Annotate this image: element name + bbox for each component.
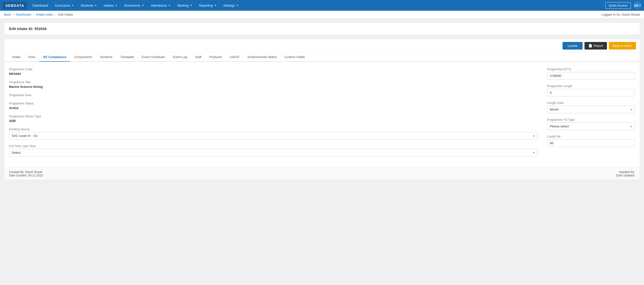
tab-custom-fields[interactable]: Custom Fields [281, 53, 309, 62]
attendance-caret: ▼ [168, 4, 170, 7]
intakes-caret: ▼ [115, 4, 118, 7]
nav-attendance[interactable]: Attendance▼ [148, 2, 174, 9]
updated-by: Updated By: [616, 170, 635, 174]
back-to-index-button[interactable]: Back to Index [609, 42, 636, 50]
footer-left: Created By: David Straub Date Created: 3… [9, 170, 43, 177]
funding-source-group: Funding Source SAC Level 3+ - 01 Other [9, 128, 538, 140]
breadcrumb-intake-index[interactable]: Intake Index [36, 13, 54, 16]
date-updated: Date Updated: [616, 174, 635, 177]
update-button[interactable]: Update [562, 42, 582, 50]
tab-timetable[interactable]: Timetable [116, 53, 138, 62]
full-part-time-label: Full Time / part Time [9, 144, 538, 148]
tab-nz-compliance[interactable]: NZ Compliance [39, 53, 70, 62]
nav-reporting[interactable]: Reporting▼ [196, 2, 219, 9]
funding-source-wrapper: SAC Level 3+ - 01 Other [9, 132, 538, 140]
length-units-select[interactable]: Month Week Year [547, 106, 635, 113]
programme-code-value: MS4444 [9, 72, 538, 76]
nav-students[interactable]: Students▼ [78, 2, 100, 9]
programme-return-type-label: Programme Return Type [9, 115, 538, 118]
tab-event-scheduler[interactable]: Event Scheduler [138, 53, 169, 62]
card-toolbar: Update 📄 Report Back to Index [4, 39, 640, 53]
tab-staff[interactable]: Staff [191, 53, 206, 62]
created-by: Created By: David Straub [9, 170, 43, 174]
programme-yg-type-wrapper: Please select Type 1 Type 2 [547, 123, 635, 130]
date-created: Date Created: 30-11-2022 [9, 174, 43, 177]
programme-yg-type-group: Programme YG Type Please select Type 1 T… [547, 118, 635, 130]
length-units-group: Length Units Month Week Year [547, 101, 635, 113]
programme-return-type-group: Programme Return Type SDR [9, 115, 538, 123]
programme-efts-input[interactable] [547, 72, 635, 80]
programme-title-label: Programme Title [9, 81, 538, 84]
programme-title-value: Marine Science Diving [9, 85, 538, 89]
user-avatar[interactable]: DS ▼ [634, 2, 642, 9]
nav-curriculum[interactable]: Curriculum▼ [52, 2, 77, 9]
programme-desc-label: Programme Desc. [9, 93, 538, 97]
full-part-time-wrapper: Select Full Time Part Time [9, 149, 538, 156]
breadcrumb-bar: Back › Dashboard › Intake Index › Edit I… [0, 11, 644, 19]
programme-desc-group: Programme Desc. [9, 93, 538, 97]
tab-achievements-matrix[interactable]: Achievements Matrix [243, 53, 281, 62]
programme-status-value: Active [9, 106, 538, 110]
sep3: › [55, 13, 56, 16]
file-icon: 📄 [588, 44, 592, 48]
form-content: Programme Code: MS4444 Programme Title M… [4, 62, 640, 167]
sep2: › [33, 13, 34, 16]
created-by-label: Created By: [9, 170, 24, 174]
breadcrumb-back[interactable]: Back [4, 13, 11, 16]
nav-intakes[interactable]: Intakes▼ [101, 2, 120, 9]
breadcrumb-dashboard[interactable]: Dashboard [16, 13, 32, 16]
programme-return-type-value: SDR [9, 119, 538, 123]
logged-in-label: Logged In As: David Straub [602, 13, 640, 16]
breadcrumb-current: Edit Intake [58, 13, 73, 16]
credit-fw-label: Credit FW: [547, 135, 635, 138]
enrolments-caret: ▼ [142, 4, 144, 7]
sep1: › [13, 13, 14, 16]
funding-source-select[interactable]: SAC Level 3+ - 01 Other [9, 132, 538, 140]
tab-event-log[interactable]: Event Log [169, 53, 191, 62]
programme-title-group: Programme Title Marine Science Diving [9, 81, 538, 89]
brand-logo[interactable]: SEBDATA [2, 2, 27, 9]
full-part-time-select[interactable]: Select Full Time Part Time [9, 149, 538, 156]
full-part-time-group: Full Time / part Time Select Full Time P… [9, 144, 538, 156]
programme-length-input[interactable] [547, 89, 635, 96]
tab-lnaat[interactable]: LNAAT [226, 53, 243, 62]
nav-marking[interactable]: Marking▼ [174, 2, 195, 9]
updated-by-label: Updated By: [619, 170, 635, 174]
marking-caret: ▼ [190, 4, 192, 7]
tab-products[interactable]: Products [205, 53, 226, 62]
nav-enrolments[interactable]: Enrolments▼ [122, 2, 147, 9]
reporting-caret: ▼ [214, 4, 216, 7]
nav-settings[interactable]: Settings▼ [220, 2, 242, 9]
settings-caret: ▼ [236, 4, 238, 7]
breadcrumb: Back › Dashboard › Intake Index › Edit I… [4, 13, 73, 16]
programme-status-label: Programme Status: [9, 102, 538, 105]
programme-yg-type-label: Programme YG Type [547, 118, 635, 122]
programme-code-label: Programme Code: [9, 68, 538, 71]
page-title-box: Edit Intake ID: 552636 [4, 23, 640, 35]
tab-components[interactable]: Components [70, 53, 96, 62]
quick-access-button[interactable]: Quick Access [606, 2, 631, 9]
tab-intake[interactable]: Intake [8, 53, 24, 62]
nav-dashboard[interactable]: Dashboard [30, 2, 51, 9]
tab-fees[interactable]: Fees [24, 53, 39, 62]
programme-yg-type-select[interactable]: Please select Type 1 Type 2 [547, 123, 635, 130]
date-updated-label: Date Updated: [616, 174, 635, 177]
date-created-label: Date Created: [9, 174, 27, 177]
credit-fw-group: Credit FW: [547, 135, 635, 147]
tabs-row: Intake Fees NZ Compliance Components Stu… [4, 53, 640, 62]
footer-right: Updated By: Date Updated: [616, 170, 635, 177]
form-left: Programme Code: MS4444 Programme Title M… [9, 68, 538, 161]
programme-code-group: Programme Code: MS4444 [9, 68, 538, 76]
tab-students[interactable]: Students [96, 53, 116, 62]
report-button[interactable]: 📄 Report [584, 42, 607, 50]
students-caret: ▼ [94, 4, 97, 7]
credit-fw-input[interactable] [547, 139, 635, 147]
card-footer: Created By: David Straub Date Created: 3… [4, 167, 640, 180]
page-content: Edit Intake ID: 552636 Update 📄 Report B… [0, 19, 644, 184]
page-title: Edit Intake ID: 552636 [9, 27, 46, 31]
main-card: Update 📄 Report Back to Index Intake Fee… [4, 39, 640, 180]
programme-length-group: Programme Length [547, 84, 635, 96]
curriculum-caret: ▼ [72, 4, 74, 7]
form-right: Programme EFTS: Programme Length Length … [547, 68, 635, 161]
length-units-label: Length Units [547, 101, 635, 105]
